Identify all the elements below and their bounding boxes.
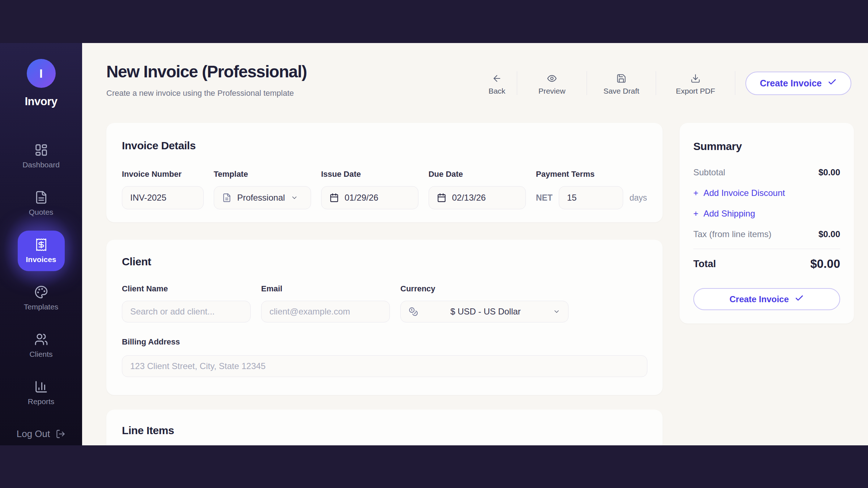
sidebar-item-dashboard[interactable]: Dashboard <box>18 136 65 176</box>
template-field: Template Professional <box>214 170 311 209</box>
sidebar: I Invory Dashboard Quotes <box>0 43 82 445</box>
save-icon <box>616 73 626 84</box>
issue-date-picker[interactable]: 01/29/26 <box>321 186 418 209</box>
subtotal-row: Subtotal $0.00 <box>693 167 840 177</box>
check-icon <box>795 294 804 305</box>
sidebar-item-label: Dashboard <box>22 160 60 169</box>
payment-terms-field: Payment Terms NET days <box>536 170 647 209</box>
plus-icon: + <box>693 188 698 198</box>
logo-letter: I <box>39 67 43 81</box>
logout-button[interactable]: Log Out <box>17 428 66 440</box>
app-logo: I <box>27 59 56 88</box>
brand-name: Invory <box>25 95 57 108</box>
invoice-details-card: Invoice Details Invoice Number Template … <box>106 123 663 222</box>
sidebar-item-label: Clients <box>29 350 52 359</box>
billing-address-field: Billing Address <box>122 337 647 377</box>
currency-select[interactable]: $ USD - US Dollar <box>400 301 569 322</box>
create-invoice-button[interactable]: Create Invoice <box>745 72 851 95</box>
issue-date-field: Issue Date 01/29/26 <box>321 170 418 209</box>
line-items-card: Line Items <box>106 410 663 445</box>
summary-divider <box>693 249 840 249</box>
toolbar-divider <box>735 71 735 95</box>
add-shipping-link[interactable]: + Add Shipping <box>693 209 840 219</box>
chevron-down-icon <box>553 308 560 315</box>
page-subtitle: Create a new invoice using the Professio… <box>106 89 307 98</box>
create-invoice-button-summary[interactable]: Create Invoice <box>693 288 840 310</box>
preview-button[interactable]: Preview <box>517 71 587 95</box>
logout-label: Log Out <box>17 428 50 440</box>
reports-icon <box>34 380 48 394</box>
client-heading: Client <box>122 256 647 268</box>
screen: I Invory Dashboard Quotes <box>0 0 868 488</box>
sidebar-nav: Dashboard Quotes Invoices <box>18 136 65 413</box>
plus-icon: + <box>693 209 698 219</box>
calendar-icon <box>329 193 339 202</box>
client-card: Client Client Name Email Currency <box>106 240 663 395</box>
due-date-field: Due Date 02/13/26 <box>429 170 526 209</box>
clients-icon <box>34 333 48 346</box>
page-title: New Invoice (Professional) <box>106 62 307 81</box>
billing-address-input[interactable] <box>122 355 647 377</box>
sidebar-item-clients[interactable]: Clients <box>18 325 65 366</box>
net-label: NET <box>536 193 553 203</box>
sidebar-item-label: Templates <box>24 303 59 311</box>
total-row: Total $0.00 <box>693 257 840 271</box>
calendar-icon <box>437 193 446 202</box>
app-window: I Invory Dashboard Quotes <box>0 43 868 445</box>
chevron-down-icon <box>291 194 298 201</box>
quotes-icon <box>34 191 48 204</box>
templates-icon <box>34 285 48 299</box>
sidebar-item-invoices[interactable]: Invoices <box>18 231 65 271</box>
add-invoice-discount-link[interactable]: + Add Invoice Discount <box>693 188 840 198</box>
arrow-left-icon <box>492 73 502 84</box>
main-content: New Invoice (Professional) Create a new … <box>82 43 868 445</box>
template-select[interactable]: Professional <box>214 186 311 209</box>
sidebar-item-label: Invoices <box>26 255 56 264</box>
client-name-field: Client Name <box>122 284 251 322</box>
sidebar-item-label: Reports <box>28 397 55 406</box>
days-label: days <box>629 193 647 203</box>
coins-icon <box>409 307 418 316</box>
tax-row: Tax (from line items) $0.00 <box>693 229 840 239</box>
payment-terms-input[interactable] <box>559 186 624 209</box>
save-draft-button[interactable]: Save Draft <box>587 71 656 95</box>
back-button[interactable]: Back <box>477 71 517 95</box>
currency-field: Currency $ USD - US Dollar <box>400 284 569 322</box>
sidebar-item-label: Quotes <box>29 208 54 217</box>
sidebar-item-quotes[interactable]: Quotes <box>18 183 65 224</box>
invoice-number-input[interactable] <box>122 186 204 209</box>
summary-card: Summary Subtotal $0.00 + Add Invoice Dis… <box>680 123 854 324</box>
client-email-input[interactable] <box>261 301 390 322</box>
check-icon <box>827 77 837 89</box>
due-date-picker[interactable]: 02/13/26 <box>429 186 526 209</box>
client-name-input[interactable] <box>122 301 251 322</box>
download-icon <box>690 73 701 84</box>
header-toolbar: Back Preview Save Draft Export PDF <box>477 70 851 96</box>
invoice-number-field: Invoice Number <box>122 170 204 209</box>
total-value: $0.00 <box>810 257 840 271</box>
eye-icon <box>547 73 557 84</box>
sidebar-item-templates[interactable]: Templates <box>18 278 65 318</box>
invoice-details-heading: Invoice Details <box>122 140 647 152</box>
email-field: Email <box>261 284 390 322</box>
sidebar-item-reports[interactable]: Reports <box>18 373 65 413</box>
line-items-heading: Line Items <box>122 424 647 437</box>
summary-heading: Summary <box>693 140 840 153</box>
logout-icon <box>56 429 65 439</box>
tax-value: $0.00 <box>818 229 840 239</box>
dashboard-icon <box>34 143 48 157</box>
export-pdf-button[interactable]: Export PDF <box>656 71 735 95</box>
invoices-icon <box>34 238 48 252</box>
subtotal-value: $0.00 <box>818 167 840 177</box>
page-header: New Invoice (Professional) Create a new … <box>106 62 307 98</box>
file-text-icon <box>222 193 231 202</box>
